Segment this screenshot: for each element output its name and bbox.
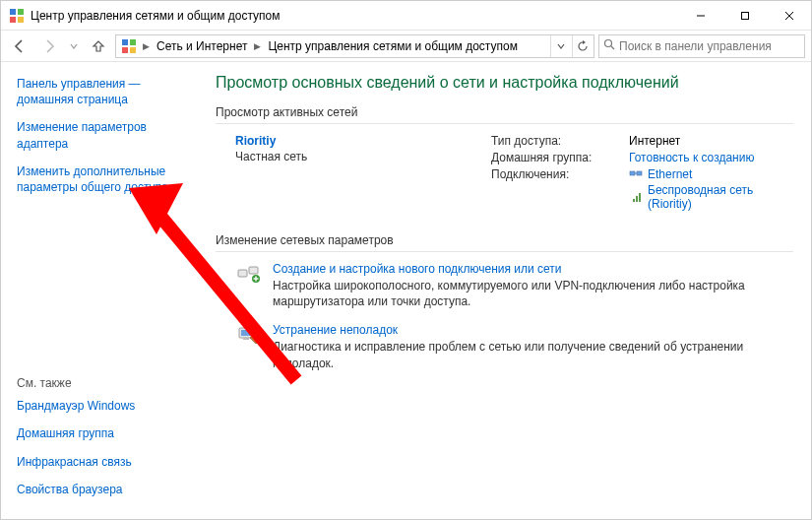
action-troubleshoot[interactable]: Устранение неполадок Диагностика и испра… xyxy=(235,323,793,370)
address-icon xyxy=(121,38,137,54)
wifi-icon xyxy=(629,191,643,203)
crumb-sep-icon[interactable]: ▶ xyxy=(253,41,262,51)
svg-rect-17 xyxy=(633,199,635,202)
svg-rect-15 xyxy=(637,171,642,175)
connection-wifi[interactable]: Беспроводная сеть (Rioritiy) xyxy=(648,183,793,211)
svg-rect-8 xyxy=(122,39,128,45)
new-connection-icon xyxy=(235,262,263,286)
svg-rect-1 xyxy=(18,9,24,15)
sidebar-browser-props[interactable]: Свойства браузера xyxy=(17,482,188,497)
action-troubleshoot-title: Устранение неполадок xyxy=(273,323,793,337)
app-icon xyxy=(9,8,25,24)
homegroup-label: Домашняя группа: xyxy=(491,151,629,164)
search-icon xyxy=(603,38,615,53)
refresh-button[interactable] xyxy=(572,35,592,57)
active-network-block: Rioritiy Частная сеть Тип доступа: Интер… xyxy=(235,134,793,216)
search-placeholder: Поиск в панели управления xyxy=(619,39,772,53)
ethernet-icon xyxy=(629,168,643,180)
svg-rect-11 xyxy=(130,47,136,53)
svg-rect-18 xyxy=(636,196,638,202)
sidebar-home[interactable]: Панель управления — домашняя страница xyxy=(17,76,188,107)
action-new-connection-title: Создание и настройка нового подключения … xyxy=(273,262,793,276)
page-title: Просмотр основных сведений о сети и наст… xyxy=(216,74,793,92)
breadcrumb-level2[interactable]: Центр управления сетями и общим доступом xyxy=(264,39,522,53)
troubleshoot-icon xyxy=(235,323,263,347)
address-dropdown-button[interactable] xyxy=(550,35,570,57)
up-button[interactable] xyxy=(86,34,111,58)
network-params-heading: Изменение сетевых параметров xyxy=(216,233,793,252)
svg-rect-26 xyxy=(241,330,251,336)
svg-rect-21 xyxy=(249,267,258,274)
titlebar: Центр управления сетями и общим доступом xyxy=(1,1,811,31)
svg-rect-5 xyxy=(741,12,748,19)
svg-rect-2 xyxy=(10,17,16,23)
action-new-connection-desc: Настройка широкополосного, коммутируемог… xyxy=(273,278,793,309)
navbar: ▶ Сеть и Интернет ▶ Центр управления сет… xyxy=(1,31,811,62)
search-input[interactable]: Поиск в панели управления xyxy=(598,34,805,58)
action-new-connection[interactable]: Создание и настройка нового подключения … xyxy=(235,262,793,309)
close-button[interactable] xyxy=(767,1,811,31)
access-type-label: Тип доступа: xyxy=(491,134,629,148)
sidebar-adapter-settings[interactable]: Изменение параметров адаптера xyxy=(17,119,188,151)
connection-ethernet[interactable]: Ethernet xyxy=(648,167,692,181)
svg-rect-9 xyxy=(130,39,136,45)
svg-rect-20 xyxy=(238,270,247,277)
main-panel: Просмотр основных сведений о сети и наст… xyxy=(198,62,811,519)
access-type-value: Интернет xyxy=(629,134,793,148)
svg-point-12 xyxy=(605,40,612,47)
sidebar-see-also-title: См. также xyxy=(17,376,188,390)
address-bar[interactable]: ▶ Сеть и Интернет ▶ Центр управления сет… xyxy=(115,34,594,58)
connections-label: Подключения: xyxy=(491,167,629,213)
svg-rect-19 xyxy=(639,193,641,202)
svg-rect-3 xyxy=(18,17,24,23)
back-button[interactable] xyxy=(7,34,32,58)
active-networks-heading: Просмотр активных сетей xyxy=(216,105,793,124)
action-troubleshoot-desc: Диагностика и исправление проблем с сеть… xyxy=(273,339,793,370)
svg-rect-10 xyxy=(122,47,128,53)
crumb-sep-icon[interactable]: ▶ xyxy=(142,41,151,51)
sidebar-firewall[interactable]: Брандмауэр Windows xyxy=(17,398,188,414)
svg-rect-0 xyxy=(10,9,16,15)
sidebar-advanced-sharing[interactable]: Изменить дополнительные параметры общего… xyxy=(17,163,188,195)
maximize-button[interactable] xyxy=(722,1,767,31)
network-type: Частная сеть xyxy=(235,150,491,163)
breadcrumb-level1[interactable]: Сеть и Интернет xyxy=(153,39,251,53)
window-title: Центр управления сетями и общим доступом xyxy=(31,9,281,23)
svg-rect-27 xyxy=(243,338,249,340)
sidebar-homegroup[interactable]: Домашняя группа xyxy=(17,425,188,441)
homegroup-link[interactable]: Готовность к созданию xyxy=(629,151,793,164)
sidebar-infrared[interactable]: Инфракрасная связь xyxy=(17,454,188,470)
minimize-button[interactable] xyxy=(678,1,722,31)
svg-rect-14 xyxy=(630,171,635,175)
svg-line-13 xyxy=(611,46,614,49)
recent-dropdown[interactable] xyxy=(66,34,82,58)
forward-button[interactable] xyxy=(36,34,62,58)
network-name: Rioritiy xyxy=(235,134,491,148)
sidebar: Панель управления — домашняя страница Из… xyxy=(1,62,198,519)
